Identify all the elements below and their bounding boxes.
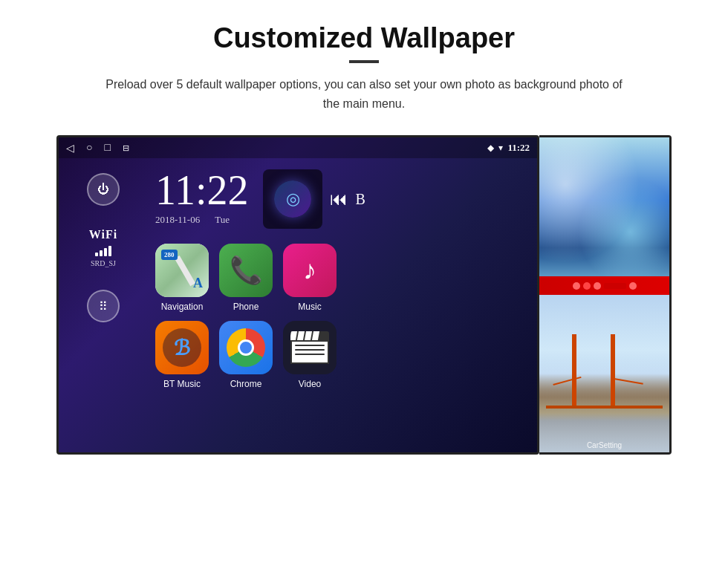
music-icon: ♪: [283, 244, 337, 297]
wallpaper-panels: CarSetting: [539, 135, 672, 455]
app-phone[interactable]: 📞 Phone: [219, 244, 273, 312]
chrome-icon: [219, 321, 273, 374]
now-playing-title: B: [355, 191, 365, 208]
bridge-road: [546, 406, 663, 409]
bridge-tower-right: [611, 334, 615, 405]
clapper-stripe: [305, 331, 312, 340]
nav-map: 280 A: [155, 244, 209, 297]
back-icon[interactable]: ◁: [66, 142, 74, 154]
left-sidebar: ⏻ WiFi SRD_SJ ⠿: [59, 158, 148, 455]
wifi-signal-bars: [95, 244, 111, 256]
music-widget-icon: ◎: [274, 180, 311, 218]
radio-button-2: [583, 282, 591, 290]
day-value: Tue: [215, 214, 230, 226]
wifi-label: WiFi: [89, 228, 117, 241]
prev-track-button[interactable]: ⏮: [330, 189, 348, 209]
app-chrome[interactable]: Chrome: [219, 321, 273, 389]
ice-texture: [539, 137, 669, 295]
clock-date: 2018-11-06 Tue: [155, 214, 248, 226]
status-icons: ◆ ▾ 11:22: [487, 142, 530, 154]
chrome-label: Chrome: [230, 379, 262, 389]
phone-glyph: 📞: [230, 255, 263, 286]
app-music[interactable]: ♪ Music: [283, 244, 337, 312]
apps-row-1: 280 A Navigation 📞 Phone: [155, 244, 530, 312]
video-label: Video: [299, 379, 321, 389]
screen-content: ⏻ WiFi SRD_SJ ⠿: [59, 158, 537, 455]
car-radio-strip: [539, 276, 669, 295]
clapper-body: [290, 340, 329, 364]
power-icon: ⏻: [97, 183, 109, 196]
video-clapper: [290, 331, 329, 364]
bridge-scene: CarSetting: [539, 295, 669, 452]
screen-container: ◁ ○ □ ⊟ ◆ ▾ 11:22 ⏻ WiFi: [56, 135, 672, 455]
music-now-playing[interactable]: ◎: [263, 169, 322, 229]
navigation-label: Navigation: [161, 302, 204, 312]
clapper-stripe: [290, 331, 297, 340]
video-icon: [283, 321, 337, 374]
bt-music-label: BT Music: [163, 379, 201, 389]
clapper-line: [295, 354, 325, 355]
apps-row-2: ℬ BT Music Chrome: [155, 321, 530, 389]
wifi-widget: WiFi SRD_SJ: [89, 228, 117, 267]
music-glyph: ♪: [303, 255, 316, 286]
radio-button-3: [594, 282, 601, 290]
radio-button-4: [629, 282, 637, 290]
center-area: 11:22 2018-11-06 Tue ◎ ⏮ B: [148, 158, 537, 455]
clapper-line: [295, 349, 325, 351]
music-label: Music: [298, 302, 321, 312]
title-divider: [349, 60, 379, 63]
wallpaper-ice-cave[interactable]: [539, 137, 669, 295]
status-time: 11:22: [507, 142, 530, 154]
nav-road: [175, 255, 196, 285]
nav-shield: 280: [161, 250, 178, 260]
navigation-icon: 280 A: [155, 244, 209, 297]
clapper-top: [290, 331, 329, 340]
app-bt-music[interactable]: ℬ BT Music: [155, 321, 209, 389]
wifi-status-icon: ▾: [498, 143, 503, 154]
clock-section: 11:22 2018-11-06 Tue ◎ ⏮ B: [155, 169, 530, 229]
page-title: Customized Wallpaper: [213, 22, 515, 54]
recents-icon[interactable]: □: [104, 142, 110, 154]
power-button[interactable]: ⏻: [87, 173, 120, 206]
nav-icons: ◁ ○ □ ⊟: [66, 142, 129, 154]
home-icon[interactable]: ○: [86, 142, 92, 154]
clapper-lines: [292, 342, 328, 358]
car-setting-label: CarSetting: [587, 441, 622, 449]
clapper-line: [295, 345, 325, 346]
clock-time: 11:22: [155, 169, 248, 211]
page-subtitle: Preload over 5 default wallpaper options…: [104, 75, 624, 113]
gps-icon: ◆: [487, 143, 494, 154]
wifi-bar-1: [95, 253, 98, 256]
status-bar: ◁ ○ □ ⊟ ◆ ▾ 11:22: [59, 137, 537, 158]
clapper-stripe: [297, 331, 305, 340]
wifi-ssid: SRD_SJ: [91, 259, 116, 267]
clock-info: 11:22 2018-11-06 Tue: [155, 169, 248, 226]
radio-button-1: [573, 282, 580, 290]
wallpaper-golden-gate[interactable]: CarSetting: [539, 295, 669, 452]
clock-widgets: ◎ ⏮ B: [263, 169, 365, 229]
bt-music-icon: ℬ: [155, 321, 209, 374]
gallery-icon[interactable]: ⊟: [123, 143, 129, 153]
chrome-circle: [227, 328, 265, 367]
android-screen: ◁ ○ □ ⊟ ◆ ▾ 11:22 ⏻ WiFi: [56, 135, 539, 455]
bt-glyph: ℬ: [163, 328, 201, 367]
wifi-bar-4: [108, 246, 111, 256]
wifi-bar-3: [104, 248, 107, 256]
bridge-tower-left: [572, 334, 576, 405]
clapper-stripe: [312, 331, 319, 340]
apps-grid-button[interactable]: ⠿: [87, 290, 120, 322]
apps-grid-icon: ⠿: [99, 299, 108, 313]
app-navigation[interactable]: 280 A Navigation: [155, 244, 209, 312]
cast-icon: ◎: [286, 189, 300, 209]
phone-label: Phone: [233, 302, 259, 312]
bridge-cable-left: [553, 377, 581, 385]
app-video[interactable]: Video: [283, 321, 337, 389]
wifi-bar-2: [100, 250, 103, 256]
bridge-cable-right: [611, 377, 643, 385]
phone-icon: 📞: [219, 244, 273, 297]
date-value: 2018-11-06: [155, 214, 200, 226]
radio-display: [604, 283, 626, 289]
